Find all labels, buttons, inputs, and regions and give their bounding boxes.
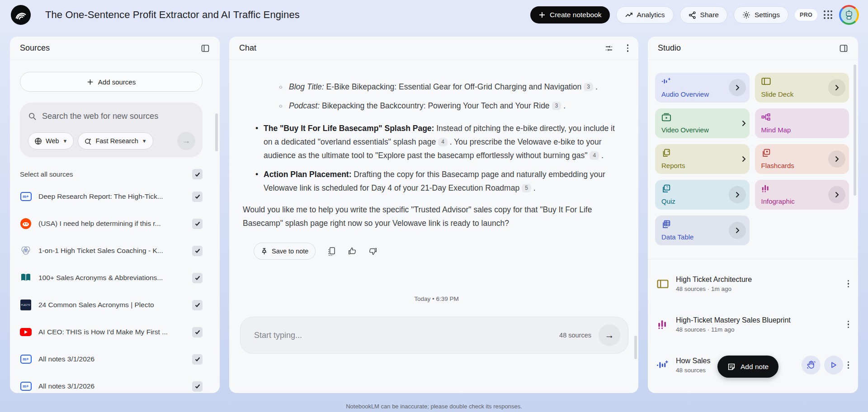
analytics-button[interactable]: Analytics <box>616 6 674 23</box>
notebooklm-logo-icon[interactable] <box>11 5 31 25</box>
source-checkbox[interactable] <box>192 246 203 256</box>
note-more-menu-icon[interactable] <box>848 321 849 328</box>
source-row[interactable]: AI CEO: THIS is How I'd Make My First ..… <box>20 318 203 346</box>
research-mode-dropdown[interactable]: Fast Research ▼ <box>78 132 153 150</box>
add-sources-button[interactable]: Add sources <box>20 72 203 92</box>
slide-deck-card[interactable]: Slide Deck <box>755 73 849 103</box>
source-checkbox[interactable] <box>192 192 203 202</box>
chevron-down-icon: ▼ <box>63 138 68 144</box>
notebook-title[interactable]: The One-Sentence Profit Extractor and AI… <box>45 9 300 21</box>
source-checkbox[interactable] <box>192 300 203 310</box>
share-label: Share <box>700 11 719 19</box>
source-checkbox[interactable] <box>192 219 203 229</box>
video-overview-card[interactable]: Video Overview <box>655 108 750 138</box>
citation-chip[interactable]: 3 <box>584 83 593 91</box>
settings-button[interactable]: Settings <box>734 6 788 23</box>
search-submit-button[interactable]: → <box>177 132 195 150</box>
chevron-right-icon[interactable] <box>741 156 746 162</box>
check-icon <box>194 193 201 200</box>
chevron-right-icon[interactable] <box>828 79 845 96</box>
collapse-sources-panel-icon[interactable] <box>201 44 210 53</box>
user-avatar[interactable] <box>839 5 859 25</box>
hollow-bullet-icon: ○ <box>279 80 289 94</box>
copy-icon[interactable] <box>327 247 336 256</box>
share-button[interactable]: Share <box>680 6 727 23</box>
card-label: Slide Deck <box>761 90 794 98</box>
chat-panel: Chat ○ Blog Title: E-Bike Bikepacking: E… <box>229 37 638 393</box>
chevron-right-icon[interactable] <box>729 222 746 239</box>
source-row[interactable]: 100+ Sales Acronyms & Abbreviations... <box>20 264 203 291</box>
chevron-right-icon[interactable] <box>741 120 746 126</box>
audio-overview-card[interactable]: Audio Overview <box>655 73 750 103</box>
notebook-doc-icon: m+ <box>20 355 32 364</box>
add-note-label: Add note <box>741 363 769 371</box>
source-checkbox[interactable] <box>192 354 203 365</box>
data-table-card[interactable]: Data Table <box>655 215 750 245</box>
send-message-button[interactable]: → <box>599 324 620 346</box>
chat-settings-icon[interactable] <box>604 44 613 53</box>
data-table-icon <box>661 220 671 229</box>
globe-icon <box>34 137 42 145</box>
citation-chip[interactable]: 4 <box>438 138 448 146</box>
source-checkbox[interactable] <box>192 273 203 283</box>
thumbs-up-icon[interactable] <box>348 247 357 256</box>
thumbs-down-icon[interactable] <box>368 247 377 256</box>
infographic-card[interactable]: Infographic <box>755 180 849 210</box>
note-more-menu-icon[interactable] <box>848 361 849 369</box>
message-actions: Save to note <box>254 243 618 260</box>
source-row[interactable]: m+ Deep Research Report: The High-Tick..… <box>20 183 203 210</box>
chevron-right-icon[interactable] <box>729 186 746 203</box>
citation-chip[interactable]: 5 <box>522 184 531 192</box>
note-item[interactable]: High-Ticket Mastery Sales Blueprint 48 s… <box>656 308 849 341</box>
sources-scrollbar[interactable] <box>215 113 218 151</box>
source-row[interactable]: PLECTO 24 Common Sales Acronyms | Plecto <box>20 291 203 318</box>
chevron-right-icon[interactable] <box>729 79 746 96</box>
source-row[interactable]: m+ All notes 3/1/2026 <box>20 346 203 373</box>
flashcards-card[interactable]: Flashcards <box>755 144 849 174</box>
reports-card[interactable]: Reports <box>655 144 750 174</box>
interactive-mode-button[interactable] <box>802 356 821 375</box>
citation-chip[interactable]: 3 <box>552 102 561 110</box>
source-row[interactable]: (USA) I need help determining if this r.… <box>20 210 203 237</box>
note-title: High-Ticket Mastery Sales Blueprint <box>676 316 791 324</box>
chat-scrollbar[interactable] <box>634 336 637 359</box>
add-note-button[interactable]: Add note <box>717 356 778 378</box>
source-row[interactable]: m+ All notes 3/1/2026 <box>20 373 203 393</box>
mind-map-card[interactable]: Mind Map <box>755 108 849 138</box>
studio-scrollbar[interactable] <box>854 65 856 196</box>
search-input[interactable]: Search the web for new sources <box>42 112 158 121</box>
card-label: Infographic <box>761 197 795 205</box>
chat-input-placeholder[interactable]: Start typing... <box>254 331 302 340</box>
source-row[interactable]: 1-on-1 High Ticket Sales Coaching - K... <box>20 237 203 264</box>
citation-chip[interactable]: 4 <box>590 151 599 160</box>
create-notebook-button[interactable]: Create notebook <box>530 6 610 23</box>
apps-grid-icon[interactable] <box>824 10 833 19</box>
sources-panel-title: Sources <box>20 43 50 53</box>
source-checkbox[interactable] <box>192 381 203 392</box>
note-meta: 48 sources · 1m ago <box>676 286 752 292</box>
note-item[interactable]: High Ticket Architecture 48 sources · 1m… <box>656 267 849 300</box>
save-to-note-label: Save to note <box>272 244 308 258</box>
source-checkbox[interactable] <box>192 327 203 337</box>
chat-more-menu-icon[interactable] <box>627 44 629 52</box>
chat-input-box[interactable]: Start typing... 48 sources → <box>240 317 628 354</box>
source-title: Deep Research Report: The High-Tick... <box>38 192 163 201</box>
bullet-lead: Action Plan Placement: <box>264 170 352 179</box>
play-icon <box>830 361 837 369</box>
note-more-menu-icon[interactable] <box>848 280 849 288</box>
plus-icon <box>538 11 546 19</box>
chevron-right-icon[interactable] <box>828 150 845 168</box>
chat-sub-bullet: ○ Podcast: Bikepacking the Backcountry: … <box>279 99 618 112</box>
note-icon <box>727 363 736 371</box>
chat-message: ○ Blog Title: E-Bike Bikepacking: Essent… <box>229 60 638 306</box>
collapse-studio-panel-icon[interactable] <box>839 44 848 53</box>
web-source-dropdown[interactable]: Web ▼ <box>28 132 74 150</box>
notebook-doc-icon: m+ <box>20 192 32 201</box>
audio-waveform-icon <box>656 360 670 370</box>
select-all-checkbox[interactable] <box>192 169 203 179</box>
play-audio-button[interactable] <box>824 356 843 375</box>
chevron-right-icon[interactable] <box>828 186 845 203</box>
save-to-note-button[interactable]: Save to note <box>254 243 316 260</box>
research-chip-label: Fast Research <box>95 137 138 145</box>
quiz-card[interactable]: ? Quiz <box>655 180 750 210</box>
